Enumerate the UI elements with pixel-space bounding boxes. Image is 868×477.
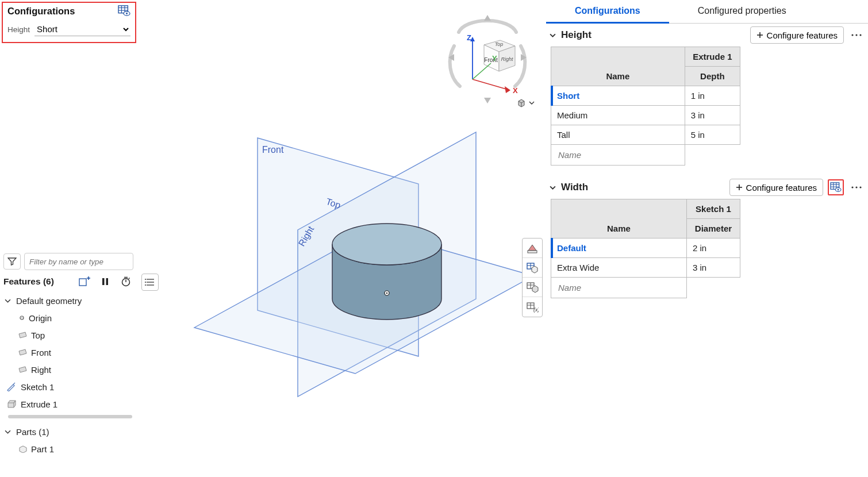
chevron-down-icon — [529, 101, 535, 105]
view-triad[interactable]: Top Front Right Z X Y — [441, 11, 533, 109]
col-feature: Sketch 1 — [686, 199, 740, 219]
svg-point-23 — [145, 282, 146, 283]
stopwatch-icon[interactable] — [118, 275, 133, 288]
svg-line-40 — [473, 79, 508, 90]
tree-label: Parts (1) — [16, 427, 49, 437]
svg-marker-41 — [505, 86, 510, 93]
tab-configurations[interactable]: Configurations — [546, 0, 669, 24]
tree-label: Origin — [29, 313, 52, 323]
configurations-minipanel-title: Configurations — [7, 6, 75, 17]
chevron-down-icon[interactable] — [550, 184, 559, 191]
configure-features-button[interactable]: Configure features — [729, 179, 823, 196]
table-visibility-icon[interactable] — [118, 5, 130, 17]
configurations-panel: Configurations Configured properties Hei… — [546, 0, 868, 477]
cell-value[interactable]: 5 in — [685, 125, 740, 145]
tree-front-plane[interactable]: Front — [3, 344, 137, 361]
axis-x-label: X — [513, 86, 518, 95]
table-row[interactable]: Default2 in — [551, 238, 740, 258]
configure-features-label: Configure features — [767, 30, 838, 40]
svg-point-75 — [859, 186, 861, 188]
svg-line-15 — [129, 278, 130, 279]
tree-sketch1[interactable]: Sketch 1 — [3, 378, 137, 395]
svg-text:(x): (x) — [533, 307, 539, 313]
filter-button[interactable] — [3, 253, 21, 270]
config-height-select[interactable]: Short — [34, 22, 130, 36]
plane-icon — [18, 331, 28, 339]
cell-value[interactable]: 1 in — [685, 86, 740, 106]
tree-label: Default geometry — [16, 296, 82, 306]
svg-rect-10 — [102, 278, 105, 285]
cell-value[interactable]: 3 in — [686, 258, 740, 278]
svg-point-30 — [386, 293, 388, 294]
chevron-down-icon[interactable] — [550, 32, 559, 39]
new-row-name-input[interactable] — [557, 149, 679, 160]
triad-face-top: Top — [495, 41, 504, 47]
tree-origin[interactable]: Origin — [3, 309, 137, 326]
configure-features-button[interactable]: Configure features — [750, 26, 844, 44]
svg-point-72 — [838, 189, 839, 191]
svg-marker-31 — [484, 15, 491, 21]
table-row[interactable]: Extra Wide3 in — [551, 258, 740, 278]
col-param: Depth — [685, 67, 740, 86]
svg-rect-11 — [106, 278, 109, 285]
tree-default-geometry[interactable]: Default geometry — [3, 292, 137, 309]
tree-extrude1[interactable]: Extrude 1 — [3, 395, 137, 413]
tool-config-part-icon[interactable] — [523, 278, 542, 297]
scene-planes: Front Right Top — [160, 115, 539, 460]
cell-value[interactable]: 3 in — [685, 106, 740, 125]
svg-rect-7 — [79, 279, 86, 286]
plus-icon — [756, 32, 763, 39]
more-menu-icon[interactable] — [848, 27, 865, 43]
extrude-icon — [6, 399, 17, 409]
tool-appearance-icon[interactable] — [523, 238, 542, 258]
tree-label: Front — [31, 348, 51, 357]
plane-icon — [18, 366, 28, 374]
cell-name: Medium — [551, 106, 685, 125]
tree-label: Sketch 1 — [21, 382, 54, 392]
svg-point-74 — [855, 186, 857, 188]
cell-name: Tall — [551, 125, 685, 145]
svg-line-18 — [13, 383, 15, 384]
new-row-name-input[interactable] — [557, 282, 681, 293]
tab-configured-properties[interactable]: Configured properties — [669, 0, 815, 23]
tree-top-plane[interactable]: Top — [3, 326, 137, 344]
svg-point-63 — [859, 34, 861, 36]
svg-point-61 — [851, 34, 853, 36]
svg-point-6 — [126, 13, 128, 14]
table-row[interactable]: Short1 in — [551, 86, 740, 106]
plane-icon — [18, 348, 28, 356]
toggle-tree-button[interactable] — [141, 274, 159, 291]
tree-parts-header[interactable]: Parts (1) — [3, 423, 137, 440]
svg-marker-32 — [484, 98, 491, 103]
configurations-minipanel: Configurations Height Short — [2, 2, 136, 43]
chevron-down-icon — [5, 429, 13, 435]
render-mode-dropdown[interactable] — [516, 98, 535, 108]
table-row[interactable]: Medium3 in — [551, 106, 740, 125]
svg-point-17 — [21, 317, 22, 318]
tree-part1[interactable]: Part 1 — [3, 440, 137, 457]
configure-features-label: Configure features — [746, 183, 817, 193]
scrollbar[interactable] — [8, 415, 132, 418]
feature-filter-input[interactable] — [24, 253, 133, 270]
section-title-width: Width — [561, 182, 588, 193]
more-menu-icon[interactable] — [848, 179, 865, 195]
pause-icon[interactable] — [98, 275, 113, 288]
svg-marker-47 — [528, 245, 536, 251]
table-visibility-icon[interactable] — [828, 179, 844, 195]
col-feature: Extrude 1 — [685, 47, 740, 67]
add-feature-icon[interactable] — [77, 275, 92, 288]
svg-point-28 — [332, 224, 441, 265]
triad-face-right: Right — [501, 56, 513, 62]
table-row[interactable]: Tall5 in — [551, 125, 740, 145]
axis-y-label: Y — [492, 54, 497, 63]
tool-config-table-icon[interactable] — [523, 258, 542, 278]
mini-toolbar: (x) — [522, 238, 543, 317]
plane-label-front: Front — [262, 145, 284, 155]
section-title-height: Height — [561, 29, 592, 41]
cell-name: Default — [551, 238, 687, 258]
table-row-new[interactable] — [551, 145, 740, 166]
table-row-new[interactable] — [551, 278, 740, 298]
cell-value[interactable]: 2 in — [686, 238, 740, 258]
tree-right-plane[interactable]: Right — [3, 361, 137, 378]
tool-config-variable-icon[interactable]: (x) — [523, 297, 542, 317]
